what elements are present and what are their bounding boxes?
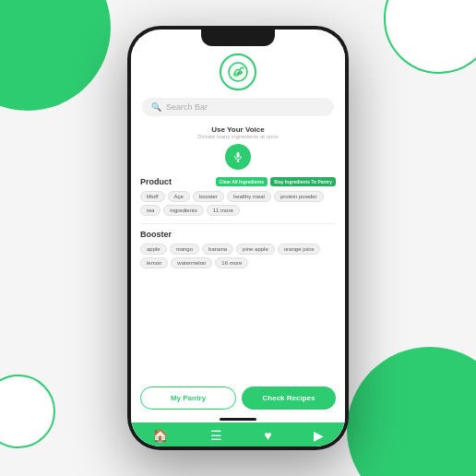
tag-pine-apple[interactable]: pine apple	[236, 244, 275, 255]
tag-booster[interactable]: booster	[193, 191, 224, 202]
bg-circle-bottomright	[347, 347, 476, 476]
product-section-header: Product Clear All Ingredients Stay Ingre…	[140, 177, 336, 186]
menu-icon: ☰	[210, 428, 222, 443]
product-tags: liftoff Açe booster healthy meal protein…	[140, 191, 336, 216]
product-section-title: Product	[140, 177, 172, 186]
clear-ingredients-button[interactable]: Clear All Ingredients	[216, 177, 268, 186]
booster-section-header: Booster	[140, 230, 336, 239]
svg-rect-3	[237, 152, 240, 158]
tag-healthy-meal[interactable]: healthy meal	[227, 191, 271, 202]
check-recipes-button[interactable]: Check Recipes	[242, 387, 336, 410]
booster-section: Booster apple mango banana pine apple or…	[140, 230, 336, 268]
video-icon: ▶	[314, 428, 324, 443]
search-placeholder: Search Bar	[166, 102, 208, 112]
product-section-actions: Clear All Ingredients Stay Ingredients T…	[216, 177, 336, 186]
bottom-buttons: My Pantry Check Recipes	[131, 381, 345, 415]
scrollable-area: Product Clear All Ingredients Stay Ingre…	[131, 173, 345, 381]
bg-circle-topright	[384, 0, 476, 74]
tag-orange-juice[interactable]: orange juice	[278, 244, 321, 255]
stay-ingredients-button[interactable]: Stay Ingredients To Pantry	[270, 177, 336, 186]
tag-more-booster[interactable]: 16 more	[215, 257, 248, 268]
tag-protein-powder[interactable]: protein powder	[274, 191, 324, 202]
booster-section-title: Booster	[140, 230, 172, 239]
product-section: Product Clear All Ingredients Stay Ingre…	[140, 177, 336, 216]
tag-more-product[interactable]: 11 more	[207, 205, 240, 216]
phone-frame: 🔍 Search Bar Use Your Voice Dictate many…	[127, 26, 349, 450]
mic-icon	[232, 151, 244, 162]
logo-icon	[227, 61, 249, 83]
voice-subtitle: Dictate many ingredients at once	[131, 134, 345, 139]
tag-tea[interactable]: tea	[140, 205, 161, 216]
mic-button[interactable]	[225, 144, 251, 170]
logo-circle	[220, 54, 256, 90]
home-indicator	[220, 418, 256, 421]
phone-inner: 🔍 Search Bar Use Your Voice Dictate many…	[131, 30, 345, 446]
logo-area	[131, 46, 345, 94]
tag-apple[interactable]: apple	[140, 244, 167, 255]
section-divider	[140, 223, 336, 224]
bottom-nav: 🏠 ☰ ♥ ▶	[131, 422, 345, 446]
search-bar[interactable]: 🔍 Search Bar	[142, 98, 334, 116]
tag-ace[interactable]: Açe	[168, 191, 190, 202]
nav-home[interactable]: 🏠	[152, 428, 168, 443]
phone-notch	[201, 30, 275, 46]
tag-mango[interactable]: mango	[170, 244, 199, 255]
heart-icon: ♥	[264, 428, 271, 443]
booster-tags: apple mango banana pine apple orange jui…	[140, 244, 336, 268]
tag-liftoff[interactable]: liftoff	[140, 191, 165, 202]
bg-circle-bottomleft	[0, 375, 55, 448]
app-content: 🔍 Search Bar Use Your Voice Dictate many…	[131, 46, 345, 446]
tag-watermelon[interactable]: watermelon	[171, 257, 212, 268]
voice-title: Use Your Voice	[131, 125, 345, 134]
nav-menu[interactable]: ☰	[210, 428, 222, 443]
voice-section: Use Your Voice Dictate many ingredients …	[131, 120, 345, 173]
tag-ingredients[interactable]: ingredients	[163, 205, 203, 216]
nav-favorites[interactable]: ♥	[264, 428, 271, 443]
tag-lemon[interactable]: lemon	[140, 257, 168, 268]
my-pantry-button[interactable]: My Pantry	[140, 387, 236, 410]
tag-banana[interactable]: banana	[202, 244, 233, 255]
search-icon: 🔍	[151, 102, 161, 112]
home-icon: 🏠	[152, 428, 168, 443]
bg-circle-topleft	[0, 0, 111, 111]
nav-video[interactable]: ▶	[314, 428, 324, 443]
